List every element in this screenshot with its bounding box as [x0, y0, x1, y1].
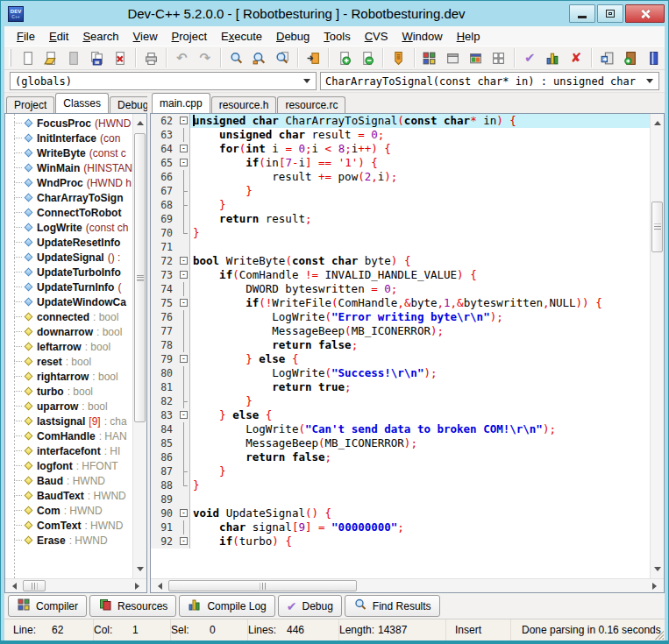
code-line-86[interactable]: 86 return false; — [151, 450, 650, 464]
chevron-down-icon[interactable] — [643, 73, 657, 89]
code-line-75[interactable]: 75- if(!WriteFile(ComHandle,&byte,1,&byt… — [151, 296, 650, 310]
resize-grip[interactable] — [652, 628, 664, 640]
line-number[interactable]: 81 — [151, 380, 177, 394]
code-text[interactable]: } — [190, 184, 650, 198]
line-number[interactable]: 91 — [151, 520, 177, 534]
tree-item-updateturboinfo[interactable]: UpdateTurboInfo — [5, 265, 132, 280]
code-text[interactable]: if(turbo) { — [190, 534, 650, 548]
tree-item-comtext[interactable]: ComText: HWND — [5, 518, 132, 533]
file-tab-resource-rc[interactable]: resource.rc — [277, 96, 345, 113]
profile-button[interactable] — [541, 47, 564, 68]
code-text[interactable]: } — [190, 198, 650, 212]
code-text[interactable]: if(in[7-i] == '1') { — [190, 156, 650, 170]
code-line-87[interactable]: 87 } — [151, 464, 650, 478]
scroll-up-icon[interactable] — [654, 117, 661, 125]
code-line-74[interactable]: 74 DWORD byteswritten = 0; — [151, 282, 650, 296]
tree-item-connecttorobot[interactable]: ConnectToRobot — [5, 205, 132, 220]
code-text[interactable]: unsigned char result = 0; — [190, 128, 650, 142]
line-number[interactable]: 78 — [151, 338, 177, 352]
tree-item-initinterface[interactable]: InitInterface(con — [5, 131, 132, 145]
code-line-70[interactable]: 70} — [151, 226, 650, 240]
code-text[interactable]: for(int i = 0;i < 8;i++) { — [190, 142, 650, 156]
tree-item-chararraytosign[interactable]: CharArrayToSign — [5, 190, 132, 205]
line-number[interactable]: 79 — [151, 352, 177, 366]
code-line-92[interactable]: 92- if(turbo) { — [151, 534, 650, 548]
find-button[interactable] — [224, 47, 247, 68]
line-number[interactable]: 90 — [151, 506, 177, 520]
chevron-down-icon[interactable] — [300, 73, 314, 89]
open-file-button[interactable] — [39, 47, 61, 68]
syntax-check-button[interactable]: ✔ — [518, 47, 541, 68]
line-number[interactable]: 66 — [151, 170, 177, 184]
code-line-65[interactable]: 65- if(in[7-i] == '1') { — [151, 156, 650, 170]
menu-cvs[interactable]: CVS — [358, 28, 395, 45]
code-text[interactable]: if(ComHandle != INVALID_HANDLE_VALUE) { — [190, 268, 650, 282]
file-tab-main-cpp[interactable]: main.cpp — [152, 93, 210, 113]
save-all-button[interactable] — [85, 47, 108, 68]
menu-edit[interactable]: Edit — [42, 28, 75, 45]
code-line-64[interactable]: 64- for(int i = 0;i < 8;i++) { — [151, 142, 650, 156]
code-line-68[interactable]: 68 } — [151, 198, 650, 212]
code-line-73[interactable]: 73- if(ComHandle != INVALID_HANDLE_VALUE… — [151, 268, 650, 282]
tree-item-interfacefont[interactable]: interfacefont: HI — [5, 443, 132, 458]
code-line-77[interactable]: 77 MessageBeep(MB_ICONERROR); — [151, 324, 650, 338]
code-text[interactable]: return true; — [190, 380, 650, 394]
tree-item-focusproc[interactable]: FocusProc(HWND — [5, 116, 132, 131]
tree-item-logfont[interactable]: logfont: HFONT — [5, 458, 132, 473]
tab-classes[interactable]: Classes — [55, 93, 109, 113]
tab-debug[interactable]: Debug — [110, 96, 147, 113]
code-line-67[interactable]: 67 } — [151, 184, 650, 198]
report-tab-resources[interactable]: Resources — [89, 595, 176, 617]
code-line-88[interactable]: 88} — [151, 478, 650, 492]
line-number[interactable]: 84 — [151, 422, 177, 436]
fold-marker[interactable]: - — [177, 156, 190, 170]
tree-item-baud[interactable]: Baud: HWND — [5, 473, 132, 488]
code-line-63[interactable]: 63 unsigned char result = 0; — [151, 128, 650, 142]
tree-item-downarrow[interactable]: downarrow: bool — [5, 324, 132, 339]
code-text[interactable]: LogWrite("Error writing byte\r\n"); — [190, 310, 650, 324]
goto-line-button[interactable] — [302, 47, 324, 68]
code-line-80[interactable]: 80 LogWrite("Success!\r\n"); — [151, 366, 650, 380]
line-number[interactable]: 82 — [151, 394, 177, 408]
code-line-78[interactable]: 78 return false; — [151, 338, 650, 352]
tree-item-leftarrow[interactable]: leftarrow: bool — [5, 339, 132, 354]
code-line-72[interactable]: 72-bool WriteByte(const char byte) { — [151, 254, 650, 268]
toolbar-grip[interactable] — [9, 49, 11, 67]
tree-hscroll-thumb[interactable] — [23, 580, 46, 591]
compile-button[interactable] — [595, 47, 618, 68]
scroll-down-icon[interactable] — [137, 567, 144, 575]
tree-item-updatewindowca[interactable]: UpdateWindowCa — [5, 294, 132, 309]
abort-button[interactable]: ✘ — [565, 47, 587, 68]
tree-item-reset[interactable]: reset: bool — [5, 354, 132, 369]
line-number[interactable]: 69 — [151, 212, 177, 226]
fold-marker[interactable]: - — [177, 268, 190, 282]
maximize-button[interactable] — [597, 4, 623, 23]
menu-execute[interactable]: Execute — [214, 28, 269, 45]
line-number[interactable]: 77 — [151, 324, 177, 338]
tree-vscroll-thumb[interactable] — [134, 133, 146, 422]
close-file-button[interactable] — [108, 47, 131, 68]
line-number[interactable]: 75 — [151, 296, 177, 310]
line-number[interactable]: 65 — [151, 156, 177, 170]
code-text[interactable]: void UpdateSignal() { — [190, 506, 650, 520]
remove-watch-button[interactable] — [356, 47, 379, 68]
code-line-85[interactable]: 85 MessageBeep(MB_ICONERROR); — [151, 436, 650, 450]
line-number[interactable]: 73 — [151, 268, 177, 282]
code-text[interactable]: bool WriteByte(const char byte) { — [190, 254, 650, 268]
code-editor[interactable]: 62-unsigned char CharArrayToSignal(const… — [151, 114, 650, 578]
code-text[interactable]: } — [190, 478, 650, 492]
editor-vertical-scrollbar[interactable] — [650, 114, 664, 578]
code-text[interactable]: } — [190, 394, 650, 408]
tree-item-rightarrow[interactable]: rightarrow: bool — [5, 369, 132, 384]
menu-view[interactable]: View — [126, 28, 165, 45]
line-number[interactable]: 63 — [151, 128, 177, 142]
line-number[interactable]: 68 — [151, 198, 177, 212]
tree-item-writebyte[interactable]: WriteByte(const c — [5, 145, 132, 160]
code-text[interactable]: result += pow(2,i); — [190, 170, 650, 184]
line-number[interactable]: 74 — [151, 282, 177, 296]
minimize-button[interactable] — [569, 4, 595, 23]
tree-item-wndproc[interactable]: WndProc(HWND h — [5, 175, 132, 190]
tree-item-uparrow[interactable]: uparrow: bool — [5, 399, 132, 414]
code-line-62[interactable]: 62-unsigned char CharArrayToSignal(const… — [151, 114, 650, 128]
tab-project[interactable]: Project — [6, 96, 54, 113]
